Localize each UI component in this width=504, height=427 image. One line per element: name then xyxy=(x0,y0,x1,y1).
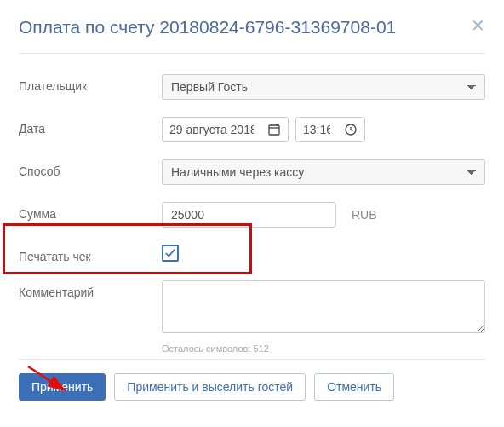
svg-rect-0 xyxy=(269,125,279,135)
char-counter: Осталось символов: 512 xyxy=(162,343,485,354)
cancel-button[interactable]: Отменить xyxy=(314,373,394,401)
apply-button[interactable]: Применить xyxy=(19,373,106,401)
modal-title: Оплата по счету 20180824-6796-31369708-0… xyxy=(19,17,396,38)
date-input-group[interactable] xyxy=(162,117,289,142)
close-icon[interactable]: ✕ xyxy=(471,17,485,34)
clock-icon[interactable] xyxy=(337,123,364,136)
print-receipt-checkbox[interactable] xyxy=(162,245,179,262)
date-input[interactable] xyxy=(163,118,261,141)
method-select[interactable]: Наличными через кассу xyxy=(162,159,485,185)
amount-input[interactable] xyxy=(162,202,336,228)
comment-textarea[interactable] xyxy=(162,280,485,333)
payer-label: Плательщик xyxy=(19,74,162,93)
date-label: Дата xyxy=(19,117,162,136)
method-label: Способ xyxy=(19,159,162,178)
print-receipt-label: Печатать чек xyxy=(19,245,162,263)
time-input[interactable] xyxy=(296,118,337,141)
svg-line-6 xyxy=(351,130,353,131)
comment-label: Комментарий xyxy=(19,280,162,299)
amount-label: Сумма xyxy=(19,202,162,221)
payer-select[interactable]: Первый Гость xyxy=(162,74,485,100)
apply-checkout-button[interactable]: Применить и выселить гостей xyxy=(114,373,306,401)
time-input-group[interactable] xyxy=(295,117,365,142)
currency-label: RUB xyxy=(352,208,377,222)
calendar-icon[interactable] xyxy=(261,123,288,136)
